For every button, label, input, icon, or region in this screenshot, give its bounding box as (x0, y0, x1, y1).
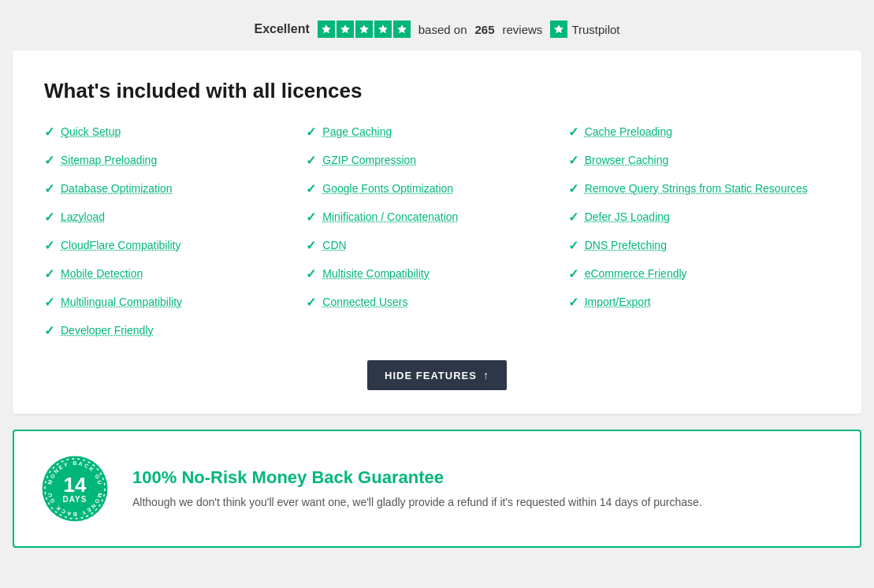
list-item: ✓Mobile Detection (44, 267, 306, 281)
check-icon: ✓ (44, 266, 54, 281)
list-item: ✓Browser Caching (568, 154, 830, 168)
feature-label[interactable]: Minification / Concatenation (322, 210, 458, 223)
star-3 (355, 20, 373, 38)
list-item: ✓CloudFlare Compatibility (44, 239, 306, 253)
check-icon: ✓ (568, 238, 578, 253)
trustpilot-logo: Trustpilot (550, 20, 619, 38)
check-icon: ✓ (306, 153, 316, 168)
feature-label[interactable]: CDN (322, 239, 346, 251)
feature-label[interactable]: Google Fonts Optimization (322, 182, 453, 195)
trustpilot-bar: Excellent based on 265 reviews Trustpilo… (13, 13, 861, 50)
trustpilot-count: 265 (474, 23, 494, 36)
check-icon: ✓ (306, 181, 316, 196)
check-icon: ✓ (568, 181, 578, 196)
check-icon: ✓ (568, 153, 578, 168)
badge-days: DAYS (63, 495, 87, 504)
check-icon: ✓ (306, 210, 316, 225)
check-icon: ✓ (306, 238, 316, 253)
features-title: What's included with all licences (44, 79, 830, 103)
feature-label[interactable]: Import/Export (585, 296, 651, 308)
feature-label[interactable]: Cache Preloading (585, 125, 672, 138)
hide-features-label: HIDE FEATURES (385, 370, 477, 381)
feature-label[interactable]: Lazyload (61, 210, 105, 223)
feature-label[interactable]: Multilingual Compatibility (61, 296, 182, 308)
feature-label[interactable]: Developer Friendly (61, 324, 154, 337)
guarantee-card: MONEY BACK GUARANTEE MONEY BACK GUARANTE… (13, 430, 861, 548)
list-item: ✓Remove Query Strings from Static Resour… (568, 182, 830, 196)
star-4 (374, 20, 392, 38)
check-icon: ✓ (44, 181, 54, 196)
guarantee-badge: MONEY BACK GUARANTEE MONEY BACK GUARANTE… (39, 453, 110, 524)
feature-label[interactable]: Connected Users (322, 296, 407, 308)
list-item: ✓Multilingual Compatibility (44, 296, 306, 310)
check-icon: ✓ (44, 153, 54, 168)
features-col-2: ✓Page Caching✓GZIP Compression✓Google Fo… (306, 125, 567, 338)
guarantee-description: Although we don't think you'll ever want… (132, 494, 702, 511)
trustpilot-based-on: based on (418, 23, 467, 36)
list-item: ✓Connected Users (306, 296, 567, 310)
features-col-3: ✓Cache Preloading✓Browser Caching✓Remove… (568, 125, 830, 338)
list-item: ✓eCommerce Friendly (568, 267, 830, 281)
check-icon: ✓ (44, 210, 54, 225)
guarantee-title: 100% No-Risk Money Back Guarantee (132, 467, 702, 488)
badge-ring: MONEY BACK GUARANTEE MONEY BACK GUARANTE… (39, 453, 110, 524)
list-item: ✓DNS Prefetching (568, 239, 830, 253)
check-icon: ✓ (44, 238, 54, 253)
list-item: ✓Cache Preloading (568, 125, 830, 140)
check-icon: ✓ (306, 125, 316, 140)
list-item: ✓Minification / Concatenation (306, 210, 567, 225)
feature-label[interactable]: Multisite Compatibility (322, 267, 429, 280)
list-item: ✓Sitemap Preloading (44, 154, 306, 168)
feature-label[interactable]: DNS Prefetching (585, 239, 667, 251)
trustpilot-excellent: Excellent (254, 22, 309, 36)
hide-features-button[interactable]: HIDE FEATURES ↑ (367, 360, 507, 390)
check-icon: ✓ (306, 295, 316, 310)
star-5 (393, 20, 411, 38)
check-icon: ✓ (44, 295, 54, 310)
feature-label[interactable]: Sitemap Preloading (61, 154, 157, 166)
list-item: ✓Developer Friendly (44, 324, 306, 338)
list-item: ✓Lazyload (44, 210, 306, 225)
list-item: ✓Import/Export (568, 296, 830, 310)
check-icon: ✓ (568, 125, 578, 140)
check-icon: ✓ (44, 323, 54, 338)
check-icon: ✓ (306, 266, 316, 281)
feature-label[interactable]: Quick Setup (61, 125, 121, 138)
features-grid: ✓Quick Setup✓Sitemap Preloading✓Database… (44, 125, 830, 338)
feature-label[interactable]: Database Optimization (61, 182, 173, 195)
check-icon: ✓ (568, 266, 578, 281)
feature-label[interactable]: Page Caching (322, 125, 392, 138)
arrow-up-icon: ↑ (483, 369, 489, 381)
list-item: ✓Quick Setup (44, 125, 306, 140)
feature-label[interactable]: Browser Caching (585, 154, 669, 166)
trustpilot-stars (318, 20, 411, 38)
badge-inner: 14 DAYS (63, 474, 87, 504)
list-item: ✓Google Fonts Optimization (306, 182, 567, 196)
trustpilot-reviews-label: reviews (503, 23, 543, 36)
trustpilot-text: Trustpilot (571, 23, 619, 36)
feature-label[interactable]: Defer JS Loading (585, 210, 670, 223)
feature-label[interactable]: eCommerce Friendly (585, 267, 687, 280)
list-item: ✓Multisite Compatibility (306, 267, 567, 281)
list-item: ✓CDN (306, 239, 567, 253)
features-card: What's included with all licences ✓Quick… (13, 50, 861, 414)
feature-label[interactable]: GZIP Compression (322, 154, 416, 166)
hide-features-container: HIDE FEATURES ↑ (44, 360, 830, 390)
features-col-1: ✓Quick Setup✓Sitemap Preloading✓Database… (44, 125, 306, 338)
guarantee-text: 100% No-Risk Money Back Guarantee Althou… (132, 467, 702, 511)
list-item: ✓Page Caching (306, 125, 567, 140)
star-2 (337, 20, 354, 38)
feature-label[interactable]: Remove Query Strings from Static Resourc… (585, 182, 808, 195)
star-1 (318, 20, 335, 38)
feature-label[interactable]: Mobile Detection (61, 267, 143, 280)
check-icon: ✓ (568, 295, 578, 310)
feature-label[interactable]: CloudFlare Compatibility (61, 239, 181, 251)
badge-number: 14 (64, 474, 87, 495)
list-item: ✓Database Optimization (44, 182, 306, 196)
trustpilot-icon (550, 20, 567, 38)
check-icon: ✓ (568, 210, 578, 225)
list-item: ✓Defer JS Loading (568, 210, 830, 225)
list-item: ✓GZIP Compression (306, 154, 567, 168)
check-icon: ✓ (44, 125, 54, 140)
